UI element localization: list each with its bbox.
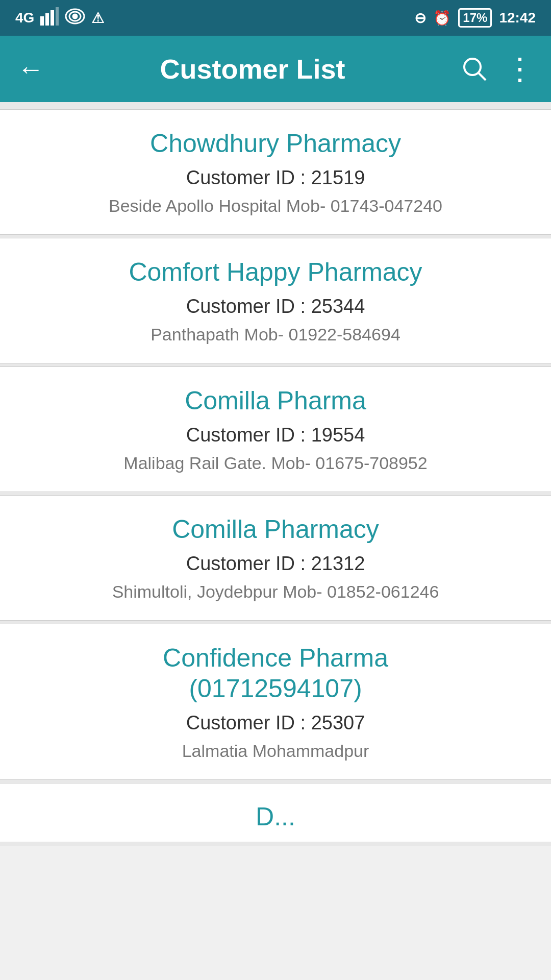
customer-name-4: Comilla Pharmacy [15, 514, 536, 545]
battery-level: 17% [463, 11, 487, 25]
customer-card-1[interactable]: Chowdhury Pharmacy Customer ID : 21519 B… [0, 109, 551, 235]
svg-rect-1 [45, 13, 49, 26]
customer-card-5[interactable]: Confidence Pharma (01712594107) Customer… [0, 624, 551, 780]
page-title: Customer List [61, 53, 444, 85]
back-button[interactable]: ← [15, 54, 46, 84]
svg-rect-2 [51, 10, 54, 26]
svg-point-7 [464, 59, 481, 75]
svg-line-8 [479, 73, 486, 80]
partial-customer-name: D... [15, 802, 536, 831]
partial-customer-card[interactable]: D... [0, 783, 551, 842]
customer-address-5: Lalmatia Mohammadpur [15, 741, 536, 761]
customer-id-4: Customer ID : 21312 [15, 553, 536, 575]
customer-name-3: Comilla Pharma [15, 385, 536, 416]
customer-address-3: Malibag Rail Gate. Mob- 01675-708952 [15, 453, 536, 473]
customer-card-2[interactable]: Comfort Happy Pharmacy Customer ID : 253… [0, 238, 551, 363]
customer-name-5: Confidence Pharma (01712594107) [15, 643, 536, 704]
customer-id-5: Customer ID : 25307 [15, 712, 536, 734]
svg-point-6 [73, 14, 77, 18]
status-left-icons: 4G ⚠ [15, 7, 104, 29]
customer-address-4: Shimultoli, Joydebpur Mob- 01852-061246 [15, 582, 536, 602]
alarm-icon: ⏰ [433, 10, 451, 27]
customer-name-1: Chowdhury Pharmacy [15, 128, 536, 159]
more-options-button[interactable]: ⋮ [505, 54, 536, 84]
search-button[interactable] [459, 54, 490, 84]
svg-rect-0 [40, 16, 44, 26]
warning-icon: ⚠ [91, 10, 104, 27]
battery-indicator: 17% [458, 8, 492, 28]
signal-4g-icon: 4G [15, 10, 34, 26]
status-right-icons: ⊖ ⏰ 17% 12:42 [414, 8, 536, 28]
do-not-disturb-icon: ⊖ [414, 10, 426, 27]
app-bar: ← Customer List ⋮ [0, 36, 551, 102]
customer-name-2: Comfort Happy Pharmacy [15, 257, 536, 287]
status-bar: 4G ⚠ ⊖ ⏰ 17% 12:42 [0, 0, 551, 36]
customer-list: Chowdhury Pharmacy Customer ID : 21519 B… [0, 102, 551, 846]
customer-id-2: Customer ID : 25344 [15, 296, 536, 317]
svg-rect-3 [56, 7, 59, 26]
time-display: 12:42 [499, 10, 536, 26]
customer-card-4[interactable]: Comilla Pharmacy Customer ID : 21312 Shi… [0, 495, 551, 621]
customer-address-1: Beside Apollo Hospital Mob- 01743-047240 [15, 196, 536, 216]
customer-address-2: Panthapath Mob- 01922-584694 [15, 325, 536, 345]
network-icon [65, 7, 85, 29]
signal-bars-icon [40, 7, 59, 29]
customer-card-3[interactable]: Comilla Pharma Customer ID : 19554 Malib… [0, 366, 551, 492]
customer-id-1: Customer ID : 21519 [15, 167, 536, 189]
customer-id-3: Customer ID : 19554 [15, 424, 536, 446]
